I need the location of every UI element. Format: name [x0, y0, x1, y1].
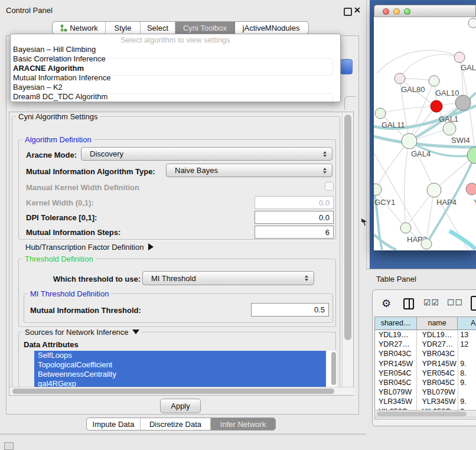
- close-icon[interactable]: ✕: [354, 5, 361, 15]
- node-label: GAL: [461, 63, 476, 72]
- network-node[interactable]: [402, 133, 417, 149]
- settings-vscrollbar[interactable]: [342, 112, 353, 387]
- tab-jactivemnodules[interactable]: jActiveMNodules: [235, 22, 307, 34]
- groupbox-corner-fragment: [344, 96, 356, 110]
- dpi-tolerance-input[interactable]: 0.0: [255, 211, 334, 224]
- vscrollbar-thumb[interactable]: [344, 115, 351, 340]
- table-row[interactable]: YPR145WYPR145W9.: [375, 359, 476, 369]
- network-node[interactable]: [454, 52, 465, 63]
- tab-impute-data[interactable]: Impute Data: [87, 418, 141, 430]
- table-cell: 9.: [458, 397, 476, 406]
- table-row[interactable]: YLR345WYLR345W9.: [375, 397, 476, 406]
- settings-hscrollbar[interactable]: [9, 387, 354, 395]
- table-cell: YLR345W: [375, 397, 416, 406]
- tab-style[interactable]: Style: [106, 22, 141, 34]
- mi-steps-input[interactable]: 6: [255, 226, 334, 239]
- group-title: Cyni Algorithm Settings: [16, 113, 100, 121]
- apply-button[interactable]: Apply: [160, 399, 201, 413]
- column-header[interactable]: shared…: [375, 317, 416, 330]
- network-node[interactable]: [400, 223, 411, 233]
- threshold-definition-group: Threshold Definition Which threshold to …: [18, 259, 336, 327]
- network-node[interactable]: [395, 73, 405, 84]
- attribute-list-item[interactable]: SelfLoops: [34, 351, 326, 360]
- attribute-list-item[interactable]: TopologicalCoefficient: [34, 360, 326, 370]
- node-label: GCY1: [374, 198, 395, 207]
- table-row[interactable]: YBL079WYBL079W: [375, 387, 476, 397]
- which-threshold-select[interactable]: MI Threshold: [142, 271, 314, 285]
- network-graph: GALGAL80GAL10GAL11GAL1GAL4SWI4GCY1HAP4YH…: [374, 17, 476, 250]
- panel-bottom-divider: [0, 433, 366, 434]
- minimize-traffic-light-icon[interactable]: [393, 8, 400, 15]
- close-traffic-light-icon[interactable]: [383, 8, 389, 15]
- group-title: Algorithm Definition: [22, 136, 94, 144]
- attribute-list-item[interactable]: BetweennessCentrality: [34, 370, 326, 379]
- table-row[interactable]: YDL19…YDL19…13: [375, 330, 476, 340]
- mi-threshold-input[interactable]: 0.5: [251, 303, 329, 317]
- tab-infer-network[interactable]: Infer Network: [211, 418, 275, 430]
- tab-cyni-toolbox[interactable]: Cyni Toolbox: [175, 22, 235, 34]
- zoom-traffic-light-icon[interactable]: [404, 8, 410, 15]
- group-title: MI Threshold Definition: [28, 290, 111, 298]
- settings-scrollpane: Cyni Algorithm Settings Algorithm Defini…: [9, 112, 354, 396]
- aracne-mode-select[interactable]: Discovery: [81, 147, 332, 161]
- new-table-icon[interactable]: [471, 296, 476, 311]
- dropdown-item[interactable]: Bayesian – K2: [11, 83, 340, 92]
- selected-value: MI Threshold: [151, 274, 196, 283]
- network-node[interactable]: [374, 184, 382, 195]
- table-cell: YDL19…: [416, 330, 458, 340]
- network-node[interactable]: [455, 95, 471, 110]
- sources-group: Sources for Network Inference Data Attri…: [18, 332, 336, 389]
- network-node[interactable]: [466, 183, 476, 195]
- select-all-checkboxes-icon[interactable]: ☑☑: [423, 298, 439, 307]
- table-cell: YBR043C: [416, 349, 458, 358]
- restore-icon[interactable]: [344, 8, 352, 16]
- network-node[interactable]: [468, 18, 476, 28]
- dropdown-placeholder: Select algorithm to view settings: [11, 35, 340, 45]
- data-attributes-label: Data Attributes: [24, 340, 79, 349]
- combo-stepper-fragment[interactable]: [340, 59, 353, 74]
- hub-definition-expander[interactable]: Hub/Transcription Factor Definition: [25, 243, 154, 252]
- node-label: GAL1: [439, 115, 458, 123]
- field-value: 0.0: [319, 198, 330, 207]
- network-node[interactable]: [443, 122, 456, 135]
- network-node[interactable]: [375, 108, 386, 119]
- network-window-titlebar[interactable]: [374, 5, 476, 17]
- field-value: 0.0: [319, 213, 330, 222]
- manual-kernel-checkbox[interactable]: [325, 182, 334, 191]
- table-row[interactable]: YBR043CYBR043C: [375, 349, 476, 358]
- hscrollbar-thumb[interactable]: [12, 389, 334, 394]
- selected-value: Naive Bayes: [175, 166, 218, 175]
- node-attribute-table[interactable]: shared…nameA YDL19…YDL19…13YDR27…YDR27…1…: [374, 317, 476, 419]
- data-attributes-list[interactable]: SelfLoopsTopologicalCoefficientBetweenne…: [34, 351, 337, 389]
- field-value: 6: [325, 228, 330, 237]
- tab-label: Style: [115, 24, 132, 32]
- corner-widget[interactable]: [4, 442, 14, 450]
- deselect-all-checkboxes-icon[interactable]: ☐☐: [447, 298, 463, 307]
- network-node[interactable]: [429, 76, 439, 86]
- kernel-width-input[interactable]: 0.0: [255, 196, 334, 209]
- tab-network[interactable]: Network: [53, 22, 106, 34]
- table-body: YDL19…YDL19…13YDR27…YDR27…12YBR043CYBR04…: [375, 330, 476, 416]
- columns-icon[interactable]: [403, 298, 414, 309]
- network-node[interactable]: [431, 100, 442, 112]
- table-panel: Table Panel ⚙ ☑☑ ☐☐ shared…nameA YDL19…Y…: [366, 269, 476, 450]
- sources-expander[interactable]: Sources for Network Inference: [22, 328, 142, 337]
- column-header[interactable]: name: [416, 317, 457, 330]
- gear-icon[interactable]: ⚙: [382, 297, 391, 310]
- list-scrollbar-thumb[interactable]: [331, 352, 336, 385]
- dpi-tolerance-label: DPI Tolerance [0,1]:: [26, 213, 97, 222]
- network-node[interactable]: [421, 239, 432, 249]
- table-row[interactable]: YER054CYER054C8.: [375, 369, 476, 378]
- table-row[interactable]: YDR27…YDR27…12: [375, 340, 476, 349]
- column-header[interactable]: A: [457, 317, 476, 330]
- network-canvas[interactable]: GALGAL80GAL10GAL11GAL1GAL4SWI4GCY1HAP4YH…: [374, 17, 476, 250]
- table-cell: YDR27…: [375, 340, 416, 349]
- table-hscrollbar[interactable]: [374, 410, 476, 418]
- mi-algorithm-type-select[interactable]: Naive Bayes: [166, 164, 332, 177]
- tab-select[interactable]: Select: [141, 22, 175, 34]
- tab-discretize-data[interactable]: Discretize Data: [141, 418, 211, 430]
- network-node[interactable]: [427, 183, 441, 197]
- cyni-algorithm-settings-group: Cyni Algorithm Settings Algorithm Defini…: [12, 116, 340, 389]
- table-row[interactable]: YBR045CYBR045C9.: [375, 378, 476, 387]
- table-hscrollbar-thumb[interactable]: [377, 412, 467, 416]
